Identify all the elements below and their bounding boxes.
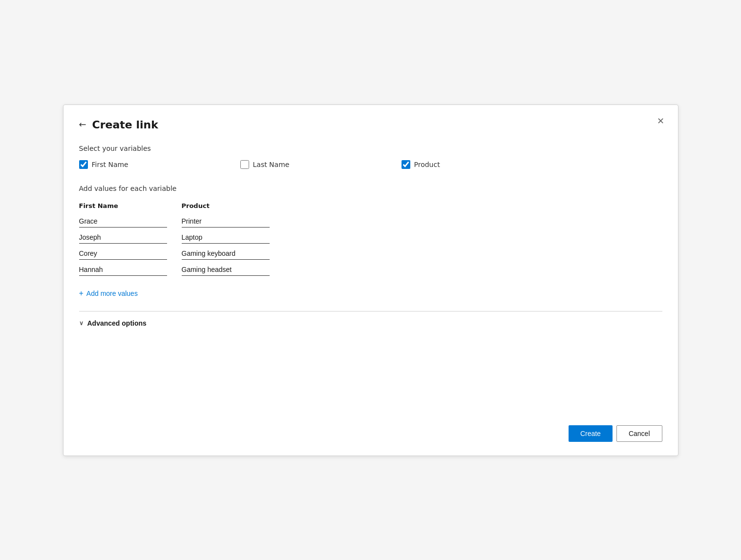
create-button[interactable]: Create (569, 425, 613, 442)
product-input-2[interactable] (182, 231, 270, 244)
firstname-input-2[interactable] (79, 231, 167, 244)
dialog-header: ← Create link (79, 119, 662, 131)
table-row (79, 248, 662, 260)
values-section: Add values for each variable First Name … (79, 185, 662, 301)
table-row (79, 264, 662, 276)
variables-section: Select your variables First Name Last Na… (79, 145, 662, 169)
checkbox-group-firstname: First Name (79, 160, 240, 169)
checkbox-group-product: Product (402, 160, 563, 169)
variables-section-label: Select your variables (79, 145, 662, 152)
checkbox-last-name-label[interactable]: Last Name (253, 161, 290, 168)
cancel-button[interactable]: Cancel (616, 425, 662, 442)
dialog-title: Create link (92, 119, 158, 131)
back-arrow-icon[interactable]: ← (79, 120, 86, 129)
variables-row: First Name Last Name Product (79, 160, 662, 169)
checkbox-group-lastname: Last Name (240, 160, 402, 169)
advanced-options-label: Advanced options (87, 319, 147, 327)
table-row (79, 215, 662, 228)
firstname-input-3[interactable] (79, 248, 167, 260)
firstname-input-1[interactable] (79, 215, 167, 228)
checkbox-first-name-label[interactable]: First Name (92, 161, 128, 168)
values-section-label: Add values for each variable (79, 185, 662, 192)
add-more-label: Add more values (86, 290, 138, 297)
col-header-product: Product (182, 202, 284, 211)
checkbox-first-name[interactable] (79, 160, 88, 169)
close-button[interactable]: ✕ (655, 115, 666, 127)
dialog-footer: Create Cancel (569, 425, 662, 442)
chevron-down-icon: ∨ (79, 320, 84, 327)
advanced-section: ∨ Advanced options (79, 311, 662, 327)
col-header-firstname: First Name (79, 202, 182, 211)
values-header-row: First Name Product (79, 202, 662, 211)
add-more-values-button[interactable]: + Add more values (79, 286, 138, 301)
create-link-dialog: ← Create link ✕ Select your variables Fi… (63, 104, 678, 456)
checkbox-last-name[interactable] (240, 160, 249, 169)
table-row (79, 231, 662, 244)
values-rows (79, 215, 662, 280)
plus-icon: + (79, 290, 84, 297)
product-input-1[interactable] (182, 215, 270, 228)
firstname-input-4[interactable] (79, 264, 167, 276)
checkbox-product-label[interactable]: Product (414, 161, 440, 168)
checkbox-product[interactable] (402, 160, 410, 169)
product-input-4[interactable] (182, 264, 270, 276)
product-input-3[interactable] (182, 248, 270, 260)
advanced-options-toggle[interactable]: ∨ Advanced options (79, 319, 147, 327)
